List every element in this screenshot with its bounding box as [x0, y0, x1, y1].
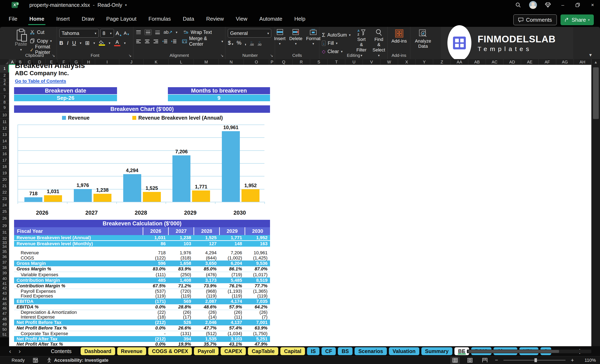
column-header-U[interactable]: U — [345, 59, 363, 65]
column-header-AE[interactable]: AE — [521, 59, 539, 65]
font-dialog-launcher[interactable]: ↘ — [128, 53, 131, 58]
column-header-L[interactable]: L — [169, 59, 194, 65]
orientation-button[interactable]: ab↗ — [164, 29, 172, 35]
column-header-M[interactable]: M — [194, 59, 219, 65]
row-header-39[interactable]: 39 — [0, 270, 9, 276]
row-header-14[interactable]: 14 — [0, 138, 9, 144]
sheet-nav-prev-icon[interactable]: ‹ — [5, 348, 15, 355]
row-header-41[interactable]: 41 — [0, 282, 9, 286]
column-header-Z[interactable]: Z — [433, 59, 451, 65]
horizontal-scrollbar[interactable]: ◂ — [463, 349, 591, 354]
macro-record-button[interactable] — [33, 358, 38, 363]
sheet-tab-capex[interactable]: CAPEX — [221, 347, 246, 355]
sheet-nav-next-icon[interactable]: › — [15, 348, 24, 355]
row-header-8[interactable]: 8 — [0, 101, 9, 104]
column-header-AC[interactable]: AC — [486, 59, 503, 65]
paste-button[interactable]: Paste▾ — [15, 29, 27, 52]
row-header-2[interactable]: 2 — [0, 73, 9, 79]
row-header-25[interactable]: 25 — [0, 209, 9, 215]
sheet-tab-cogs-opex[interactable]: COGS & OPEX — [148, 347, 192, 355]
increase-indent-button[interactable] — [171, 39, 177, 43]
column-header-T[interactable]: T — [328, 59, 345, 65]
column-header-W[interactable]: W — [380, 59, 398, 65]
ribbon-tab-help[interactable]: Help — [294, 15, 306, 23]
row-header-7[interactable]: 7 — [0, 94, 9, 101]
borders-dropdown-icon[interactable]: ▾ — [94, 41, 95, 45]
vertical-scrollbar[interactable]: ▲ — [591, 59, 600, 346]
sheet-tab-capital[interactable]: Capital — [280, 347, 305, 355]
align-right-button[interactable] — [153, 39, 159, 43]
underline-button[interactable]: U — [72, 40, 76, 46]
alignment-dialog-launcher[interactable]: ↘ — [220, 53, 224, 58]
column-header-Y[interactable]: Y — [416, 59, 433, 65]
zoom-level[interactable]: 110% — [579, 358, 596, 363]
font-color-button[interactable]: A — [114, 40, 120, 46]
minimize-button[interactable]: – — [555, 0, 570, 10]
row-header-26[interactable]: 26 — [0, 215, 9, 222]
table-of-contents-link[interactable]: Go to Table of Contents — [15, 79, 66, 84]
format-cells-button[interactable]: Format▾ — [306, 29, 320, 46]
column-header-AF[interactable]: AF — [539, 59, 556, 65]
row-header-18[interactable]: 18 — [0, 164, 9, 170]
row-header-5[interactable]: 5 — [0, 86, 9, 94]
number-format-select[interactable]: General▾ — [228, 29, 271, 38]
currency-format-button[interactable]: $▾ — [228, 40, 234, 46]
sheet-tab-contents[interactable]: Contents — [47, 347, 75, 355]
column-header-X[interactable]: X — [398, 59, 416, 65]
page-layout-view-button[interactable] — [465, 357, 475, 364]
bold-button[interactable]: B — [59, 40, 63, 46]
number-dialog-launcher[interactable]: ↘ — [270, 53, 273, 58]
row-header-16[interactable]: 16 — [0, 151, 9, 157]
row-header-17[interactable]: 17 — [0, 157, 9, 164]
font-color-dropdown-icon[interactable]: ▾ — [124, 41, 126, 45]
row-header-23[interactable]: 23 — [0, 196, 9, 202]
page-break-view-button[interactable] — [480, 357, 490, 364]
column-header-O[interactable]: O — [244, 59, 269, 65]
ribbon-tab-automate[interactable]: Automate — [259, 15, 283, 23]
row-header-31[interactable]: 31 — [0, 230, 9, 235]
ribbon-tab-home[interactable]: Home — [29, 15, 45, 23]
row-header-40[interactable]: 40 — [0, 276, 9, 282]
column-header-AD[interactable]: AD — [503, 59, 521, 65]
row-header-43[interactable]: 43 — [0, 291, 9, 296]
column-header-R[interactable]: R — [292, 59, 310, 65]
column-header-AH[interactable]: AH — [574, 59, 591, 65]
sheet-tab-revenue[interactable]: Revenue — [117, 347, 146, 355]
align-top-button[interactable] — [136, 30, 141, 34]
row-header-1[interactable]: 1 — [0, 65, 9, 73]
row-header-11[interactable]: 11 — [0, 119, 9, 125]
row-header-24[interactable]: 24 — [0, 202, 9, 209]
row-header-51[interactable]: 51 — [0, 332, 9, 337]
row-header-10[interactable]: 10 — [0, 111, 9, 119]
insert-cells-button[interactable]: Insert▾ — [274, 29, 286, 46]
column-header-I[interactable]: I — [95, 59, 119, 65]
format-painter-button[interactable]: Format Painter — [30, 46, 55, 53]
row-header-37[interactable]: 37 — [0, 260, 9, 265]
row-header-48[interactable]: 48 — [0, 317, 9, 322]
copy-button[interactable]: Copy▾ — [30, 38, 55, 44]
ribbon-tab-file[interactable]: File — [8, 15, 18, 23]
clipboard-dialog-launcher[interactable]: ↘ — [52, 53, 55, 58]
title-dropdown-icon[interactable]: ▾ — [125, 3, 127, 7]
column-header-AG[interactable]: AG — [556, 59, 574, 65]
accessibility-status[interactable]: Accessibility: Investigate — [47, 358, 109, 363]
column-header-J[interactable]: J — [119, 59, 144, 65]
sheet-tab-cf[interactable]: CF — [321, 347, 336, 355]
column-header-AA[interactable]: AA — [451, 59, 468, 65]
comments-button[interactable]: Comments — [513, 14, 557, 25]
close-button[interactable]: × — [585, 0, 600, 10]
select-all-corner[interactable] — [0, 59, 9, 65]
sheet-tab-captable[interactable]: CapTable — [248, 347, 278, 355]
grow-font-button[interactable]: A▲ — [116, 30, 122, 36]
row-header-19[interactable]: 19 — [0, 170, 9, 176]
addins-button[interactable]: Add-ins — [390, 29, 408, 44]
document-title[interactable]: property-maintenance.xlsx - Read-Only ▾ — [29, 2, 127, 8]
sheet-tab-scenarios[interactable]: Scenarios — [355, 347, 387, 355]
row-header-12[interactable]: 12 — [0, 125, 9, 132]
row-header-21[interactable]: 21 — [0, 183, 9, 189]
row-header-29[interactable]: 29 — [0, 222, 9, 230]
row-header-45[interactable]: 45 — [0, 302, 9, 306]
row-header-9[interactable]: 9 — [0, 104, 9, 111]
row-header-44[interactable]: 44 — [0, 296, 9, 302]
comma-format-button[interactable]: , — [245, 40, 246, 46]
